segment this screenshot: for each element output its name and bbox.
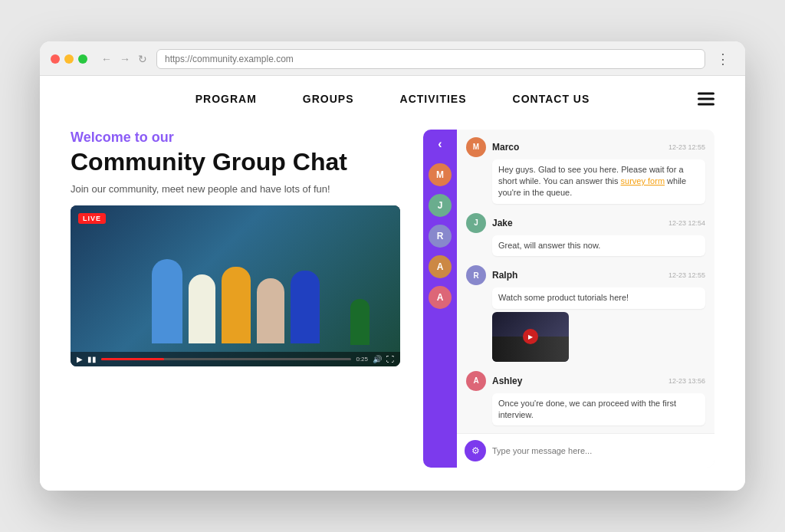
- play-pause-button[interactable]: ▶: [77, 355, 83, 363]
- left-content: Welcome to our Community Group Chat Join…: [71, 130, 423, 366]
- chat-area: M Marco 12-23 12:55 Hey guys. Glad to se…: [457, 130, 714, 468]
- chat-panel: ‹ M J R A A M Marco 1: [423, 130, 714, 468]
- msg-time-ashley: 12-23 13:56: [668, 377, 705, 385]
- msg-link-marco[interactable]: survey form: [621, 176, 665, 186]
- avatar-ralph: R: [466, 265, 486, 285]
- hamburger-menu-icon[interactable]: [698, 92, 714, 105]
- sender-name-ashley: Ashley: [492, 376, 522, 386]
- msg-header-marco: M Marco 12-23 12:55: [466, 137, 705, 157]
- minimize-button[interactable]: [64, 54, 74, 64]
- close-button[interactable]: [51, 54, 60, 64]
- forward-button[interactable]: →: [118, 53, 132, 65]
- sender-name-marco: Marco: [492, 142, 519, 153]
- person-2: [189, 274, 215, 343]
- chat-message-ralph: R Ralph 12-23 12:55 Watch some product t…: [466, 265, 705, 361]
- subtitle: Join our community, meet new people and …: [71, 183, 400, 195]
- chat-sidebar: ‹ M J R A A: [423, 130, 457, 468]
- chat-input-area: ⚙: [457, 433, 714, 468]
- msg-header-ralph: R Ralph 12-23 12:55: [466, 265, 705, 285]
- msg-time-marco: 12-23 12:55: [668, 143, 705, 151]
- chat-messages: M Marco 12-23 12:55 Hey guys. Glad to se…: [457, 130, 714, 434]
- volume-icon[interactable]: 🔊: [373, 355, 382, 363]
- sidebar-avatar-1[interactable]: M: [429, 163, 452, 186]
- time-display: 0:25: [356, 356, 368, 363]
- msg-time-ralph: 12-23 12:55: [668, 271, 705, 279]
- video-controls: ▶ ▮▮ 0:25 🔊 ⛶: [71, 352, 400, 366]
- sidebar-avatar-3[interactable]: R: [429, 225, 452, 248]
- person-1: [152, 259, 182, 343]
- progress-fill: [101, 358, 164, 360]
- sidebar-avatar-2[interactable]: J: [429, 194, 452, 217]
- msg-header-jake: J Jake 12-23 12:54: [466, 213, 705, 233]
- video-player[interactable]: LIVE ▶ ▮▮: [71, 205, 400, 366]
- navigation: PROGRAM GROUPS ACTIVITIES CONTACT US: [40, 76, 745, 122]
- settings-button[interactable]: ⚙: [465, 440, 486, 461]
- browser-chrome: ← → ↻ ⋮: [40, 41, 745, 76]
- msg-body-ralph: Watch some product tutorials here!: [492, 287, 705, 308]
- maximize-button[interactable]: [78, 54, 87, 64]
- browser-nav-buttons: ← → ↻: [100, 53, 149, 65]
- chat-message-jake: J Jake 12-23 12:54 Great, will answer th…: [466, 213, 705, 256]
- msg-body-marco: Hey guys. Glad to see you here. Please w…: [492, 159, 705, 204]
- msg-body-ashley: Once you're done, we can proceed with th…: [492, 393, 705, 426]
- person-4: [257, 278, 284, 343]
- msg-time-jake: 12-23 12:54: [668, 219, 705, 227]
- avatar-jake: J: [466, 213, 486, 233]
- chat-back-button[interactable]: ‹: [438, 137, 442, 151]
- person-5: [291, 271, 320, 343]
- nav-item-groups[interactable]: GROUPS: [303, 93, 354, 105]
- back-button[interactable]: ←: [100, 53, 113, 65]
- sidebar-avatar-4[interactable]: A: [429, 255, 452, 278]
- sender-name-ralph: Ralph: [492, 270, 517, 281]
- fullscreen-icon[interactable]: ⛶: [386, 355, 394, 363]
- community-title: Community Group Chat: [71, 149, 400, 176]
- nav-item-program[interactable]: PROGRAM: [195, 93, 257, 105]
- person-3: [222, 267, 251, 343]
- url-bar[interactable]: [156, 49, 705, 69]
- live-badge: LIVE: [78, 213, 106, 224]
- avatar-ashley: A: [466, 371, 486, 391]
- welcome-text: Welcome to our: [71, 130, 400, 146]
- msg-image-ralph[interactable]: ▶: [492, 312, 569, 362]
- avatar-marco: M: [466, 137, 486, 157]
- chat-message-ashley: A Ashley 12-23 13:56 Once you're done, w…: [466, 371, 705, 426]
- nav-item-activities[interactable]: ACTIVITIES: [400, 93, 467, 105]
- msg-body-jake: Great, will answer this now.: [492, 235, 705, 256]
- chat-message-marco: M Marco 12-23 12:55 Hey guys. Glad to se…: [466, 137, 705, 204]
- sender-name-jake: Jake: [492, 218, 513, 228]
- traffic-lights: [51, 54, 87, 64]
- browser-window: ← → ↻ ⋮ PROGRAM GROUPS ACTIVITIES CONTAC…: [40, 41, 745, 491]
- page-content: PROGRAM GROUPS ACTIVITIES CONTACT US Wel…: [40, 76, 745, 491]
- main-section: Welcome to our Community Group Chat Join…: [40, 122, 745, 491]
- stop-button[interactable]: ▮▮: [87, 355, 97, 363]
- more-options-icon[interactable]: ⋮: [713, 51, 734, 67]
- progress-bar[interactable]: [101, 358, 351, 360]
- plant-decoration: [350, 299, 370, 345]
- message-input[interactable]: [492, 446, 707, 455]
- refresh-button[interactable]: ↻: [136, 53, 149, 65]
- nav-item-contact[interactable]: CONTACT US: [513, 93, 590, 105]
- msg-header-ashley: A Ashley 12-23 13:56: [466, 371, 705, 391]
- sidebar-avatar-5[interactable]: A: [429, 286, 452, 309]
- video-scene: LIVE: [71, 205, 400, 366]
